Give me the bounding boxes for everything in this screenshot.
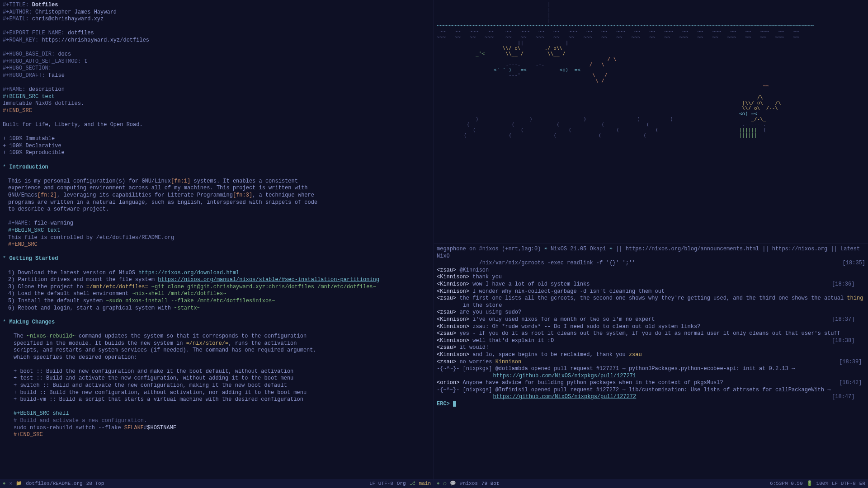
- org-title-line: #+TITLE: Dotfiles: [3, 2, 431, 9]
- org-end-src-3: #+END_SRC: [3, 432, 431, 439]
- modeline-irc[interactable]: ● ◯ 💬 #nixos 79 Bot 6:53PM 0.50 🔋 100% L…: [434, 479, 868, 488]
- irc-msg: <Kinnison> and lo, space begins to be re…: [437, 352, 865, 359]
- irc-msg: <zsau> are you using sudo?: [437, 309, 865, 316]
- sh-cmd: sudo nixos-rebuild switch --flake $FLAKE…: [3, 425, 431, 432]
- cursor-icon: [453, 401, 456, 407]
- irc-msg: <zsau> it would!: [437, 344, 865, 352]
- irc-msg: [18:42]<orion> Anyone have advice for bu…: [437, 380, 865, 387]
- modeline-pos: 28 Top: [86, 480, 104, 487]
- modeline-mode: ER: [859, 480, 865, 487]
- org-end-src-2: #+END_SRC: [3, 241, 431, 249]
- mc-item-4: + build :: Build the new configuration, …: [3, 389, 431, 397]
- gs-step-5: 5) Install the default system ~sudo nixo…: [3, 298, 431, 305]
- filewarn-body: This file is controlled by /etc/dotfiles…: [3, 235, 431, 242]
- modeline-encoding: LF UTF-8: [369, 480, 393, 487]
- bullet-1: + 100% Immutable: [3, 136, 431, 143]
- modeline-file: dotfiles/README.org: [26, 480, 82, 487]
- gs-step-6: 6) Reboot and login, start a graphical s…: [3, 305, 431, 312]
- mc-item-5: + build-vm :: Build a script that starts…: [3, 396, 431, 404]
- org-author-line: #+AUTHOR: Christopher James Hayward: [3, 9, 431, 16]
- heading-intro: * Introduction: [3, 164, 431, 171]
- irc-msg: <zsau> the first one lists all the gcroo…: [437, 295, 865, 309]
- irc-msg: <Kinnison> zsau: Oh *rude words* -- Do I…: [437, 324, 865, 331]
- org-hugo-lastmod: #+HUGO_AUTO_SET_LASTMOD: t: [3, 58, 431, 66]
- modeline-time: 6:53PM 0.50: [770, 480, 803, 487]
- heading-getting-started: * Getting Started: [3, 255, 431, 263]
- sh-comment: # Build and activate a new configuration…: [3, 418, 431, 425]
- irc-msg: <Kinnison> thank you: [437, 274, 865, 281]
- heading-making-changes: * Making Changes: [3, 319, 431, 326]
- modeline-battery: 100%: [816, 480, 828, 487]
- org-hugo-base: #+HUGO_BASE_DIR: docs: [3, 51, 431, 58]
- status-dot-icon: ●: [3, 480, 6, 487]
- org-begin-src-shell: #+BEGIN_SRC shell: [3, 410, 431, 418]
- org-hugo-draft: #+HUGO_DRAFT: false: [3, 72, 431, 80]
- folder-icon: 📁: [16, 480, 22, 487]
- org-begin-src-2: #+BEGIN_SRC text: [3, 227, 431, 235]
- right-pane-container: | | | | ~~~~~~~~~~~~~~~~~~~~~~~~~~~~~~~~…: [434, 0, 868, 488]
- org-begin-src: #+BEGIN_SRC text: [3, 94, 431, 101]
- link-nixos-download[interactable]: https://nixos.org/download.html: [138, 270, 239, 276]
- mc-item-3: + switch :: Build and activate the new c…: [3, 382, 431, 389]
- modeline-pos: 79 Bot: [481, 480, 500, 487]
- intro-paragraph: This is my personal configuration(s) for…: [3, 178, 319, 213]
- irc-pr-notice: -{~^~}- [nixpkgs] @dotlambda opened pull…: [437, 366, 865, 380]
- irc-msg: <zsau> yes - if you do it as root it cle…: [437, 330, 865, 338]
- modeline-mode: Org: [397, 480, 406, 487]
- org-name-filewarn: #+NAME: file-warning: [3, 220, 431, 227]
- making-changes-paragraph: The ~nixos-rebuild~ command updates the …: [3, 333, 319, 361]
- link-pr-127272[interactable]: https://github.com/NixOS/nixpkgs/pull/12…: [493, 394, 636, 400]
- close-icon[interactable]: ✕: [9, 480, 13, 487]
- org-roam-line: #+ROAM_KEY: https://chrishayward.xyz/dot…: [3, 37, 431, 44]
- gs-step-4: 4) Load the default shell environment ~n…: [3, 291, 431, 298]
- ascii-art: | | | | ~~~~~~~~~~~~~~~~~~~~~~~~~~~~~~~~…: [437, 2, 865, 138]
- modeline-left[interactable]: ● ✕ 📁 dotfiles/README.org 28 Top LF UTF-…: [0, 479, 434, 488]
- tagline: Built for Life, Liberty, and the Open Ro…: [3, 122, 431, 129]
- circle-icon: ◯: [443, 480, 447, 487]
- mc-item-1: + boot :: Build the new configuration an…: [3, 368, 431, 375]
- org-hugo-section: #+HUGO_SECTION:: [3, 65, 431, 72]
- irc-msg: [18:36]<Kinnison> wow I have a lot of ol…: [437, 281, 865, 288]
- irc-msg: <Kinnison> I wonder why nix-collect-garb…: [437, 288, 865, 296]
- irc-header: megaphone on #nixos (+nrt,lag:0) ☀ NixOS…: [437, 246, 865, 260]
- battery-icon: 🔋: [807, 480, 813, 487]
- status-dot-icon: ●: [437, 480, 440, 487]
- modeline-branch: main: [419, 480, 431, 487]
- org-end-src: #+END_SRC: [3, 108, 431, 115]
- link-nixos-partition[interactable]: https://nixos.org/manual/nixos/stable/#s…: [158, 277, 379, 283]
- modeline-encoding: LF UTF-8: [832, 480, 856, 487]
- gs-step-1: 1) Download the latest version of NixOS …: [3, 270, 431, 277]
- git-branch-icon: ⎇: [410, 480, 415, 487]
- org-name-desc: #+NAME: description: [3, 86, 431, 94]
- irc-msg: [18:38]<Kinnison> well that'd explain it…: [437, 338, 865, 345]
- irc-msg: <zsau> @Kinnison: [437, 267, 865, 274]
- org-email-line: #+EMAIL: chris@chrishayward.xyz: [3, 16, 431, 23]
- gs-step-3: 3) Clone the project to =/mnt/etc/dotfil…: [3, 284, 431, 291]
- bullet-3: + 100% Reproducible: [3, 150, 431, 157]
- left-editor-pane[interactable]: #+TITLE: Dotfiles #+AUTHOR: Christopher …: [0, 0, 434, 488]
- irc-msg: [18:39]<zsau> no worries Kinnison: [437, 359, 865, 366]
- modeline-buffer: #nixos: [460, 480, 478, 487]
- mc-item-2: + test :: Build and activate the new con…: [3, 375, 431, 382]
- erc-prompt-line[interactable]: ERC>: [437, 401, 865, 408]
- irc-msg: [18:37]<Kinnison> i've only used nixos f…: [437, 316, 865, 324]
- vterm-pane[interactable]: | | | | ~~~~~~~~~~~~~~~~~~~~~~~~~~~~~~~~…: [434, 0, 868, 244]
- bullet-2: + 100% Declarative: [3, 143, 431, 150]
- org-export-line: #+EXPORT_FILE_NAME: dotfiles: [3, 30, 431, 37]
- speech-bubble-icon: 💬: [450, 480, 456, 487]
- org-src-body: Immutable NixOS dotfiles.: [3, 100, 431, 108]
- link-pr-127271[interactable]: https://github.com/NixOS/nixpkgs/pull/12…: [493, 373, 636, 379]
- irc-pr-notice: -{~^~}- [nixpkgs] @Infinisil opened pull…: [437, 387, 865, 401]
- irc-pane[interactable]: megaphone on #nixos (+nrt,lag:0) ☀ NixOS…: [434, 244, 868, 488]
- irc-header-2: [18:35] /nix/var/nix/gcroots -exec readl…: [437, 260, 865, 267]
- gs-step-2: 2) Partition drives and mount the file s…: [3, 277, 431, 284]
